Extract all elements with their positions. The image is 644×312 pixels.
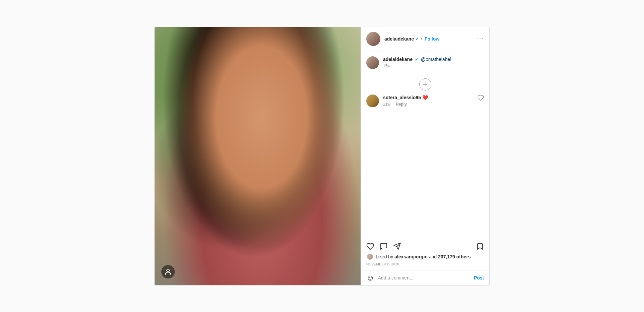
likes-row: Liked by alexsangiorgio and 207,179 othe… [366, 253, 484, 260]
comment-input-row: ☺ Post [361, 270, 489, 285]
person-icon [164, 268, 172, 276]
share-button[interactable] [393, 241, 401, 252]
svg-point-0 [167, 269, 169, 272]
likes-count: 207,179 others [438, 254, 471, 259]
avatar-image [366, 32, 380, 46]
post-date: NOVEMBER 8, 2020 [366, 262, 484, 266]
liker-username[interactable]: alexsangiorgio [394, 254, 428, 259]
comment-icon [380, 242, 388, 250]
follow-button[interactable]: Follow [425, 36, 439, 42]
commenter-username[interactable]: sutera_alessio95 [383, 95, 421, 100]
bookmark-icon [476, 242, 484, 250]
photo-person-overlay [155, 27, 361, 285]
caption-username[interactable]: adelaidekane [383, 57, 413, 62]
verified-badge-caption: ✔ [415, 57, 418, 62]
comment-content: sutera_alessio95 ❤️ 11w Reply [383, 95, 473, 107]
comment-emoji: ❤️ [422, 95, 428, 100]
comment-button[interactable] [380, 241, 388, 252]
poster-username[interactable]: adelaidekane [384, 36, 414, 42]
poster-avatar[interactable] [366, 32, 380, 46]
plus-icon: + [423, 80, 427, 89]
post-header: adelaidekane ✔ • Follow ··· [361, 27, 489, 51]
post-container: adelaidekane ✔ • Follow ··· adelaidekane… [154, 27, 490, 286]
action-icons-row [366, 241, 484, 252]
likes-text: Liked by alexsangiorgio and 207,179 othe… [376, 254, 471, 259]
comment-input[interactable] [378, 275, 471, 280]
emoji-button[interactable]: ☺ [366, 273, 375, 283]
post-image [155, 27, 361, 285]
post-photo [155, 27, 361, 285]
viewer-avatar-icon [161, 265, 175, 278]
comment-time: 11w [383, 102, 390, 107]
bookmark-button[interactable] [476, 241, 484, 252]
liked-by-prefix: Liked by [376, 254, 394, 259]
post-actions: Liked by alexsangiorgio and 207,179 othe… [361, 238, 489, 270]
caption-text[interactable]: @omathelabel [421, 57, 451, 62]
post-comment-button[interactable]: Post [474, 275, 484, 280]
post-comments-area: adelaidekane ✔ @omathelabel 15w + sutera… [361, 51, 489, 238]
load-more-button[interactable]: + [419, 78, 431, 90]
comment-like-button[interactable] [477, 95, 484, 103]
header-dot: • [421, 36, 423, 42]
comment-meta: 11w Reply [383, 102, 473, 107]
heart-icon [366, 242, 374, 250]
heart-icon-comment [477, 95, 484, 101]
caption-time: 15w [383, 64, 484, 68]
commenter-avatar[interactable] [366, 95, 379, 107]
liker-avatar [366, 253, 374, 260]
caption-row: adelaidekane ✔ @omathelabel 15w [366, 56, 484, 69]
share-icon [393, 242, 401, 250]
reply-button[interactable]: Reply [396, 102, 407, 107]
verified-badge-header: ✔ [415, 36, 419, 41]
post-info-panel: adelaidekane ✔ • Follow ··· adelaidekane… [361, 27, 489, 285]
and-text: and [428, 254, 438, 259]
like-button[interactable] [366, 241, 374, 252]
caption-content: adelaidekane ✔ @omathelabel 15w [383, 56, 484, 69]
comment-row: sutera_alessio95 ❤️ 11w Reply [366, 95, 484, 107]
emoji-icon: ☺ [366, 273, 375, 283]
more-options-button[interactable]: ··· [477, 35, 484, 42]
header-username-group: adelaidekane ✔ • Follow [384, 36, 477, 42]
caption-avatar[interactable] [366, 56, 379, 69]
load-more-row: + [366, 74, 484, 95]
